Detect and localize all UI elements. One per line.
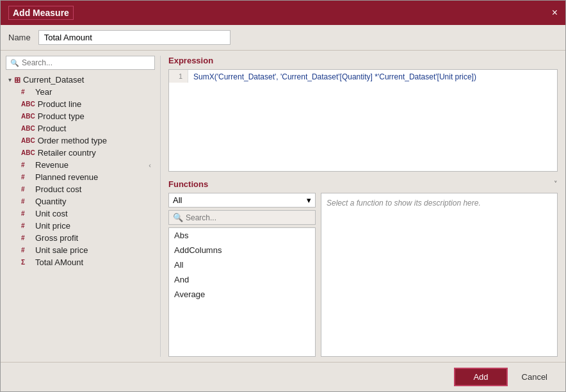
list-item[interactable]: ABC Retailer country <box>6 147 155 159</box>
left-search-input[interactable] <box>22 58 150 67</box>
function-list: Abs AddColumns All And Average <box>168 227 316 357</box>
table-icon: ⊞ <box>14 76 20 85</box>
expand-icon: ▾ <box>8 76 12 83</box>
function-description: Select a function to show its descriptio… <box>327 199 481 208</box>
expression-text: SumX('Current_Dataset', 'Current_Dataset… <box>188 70 481 84</box>
functions-header: Functions ˅ <box>168 179 558 189</box>
expression-header: Expression <box>168 56 558 65</box>
list-item[interactable]: # Year <box>6 86 155 98</box>
chevron-down-icon[interactable]: ˅ <box>554 180 558 188</box>
left-panel: 🔍 ▾ ⊞ Current_Dataset # Year ABC Product… <box>1 56 161 357</box>
list-item[interactable]: Σ Total AMount <box>6 256 155 268</box>
expression-line: 1 SumX('Current_Dataset', 'Current_Datas… <box>169 70 557 84</box>
left-search-box[interactable]: 🔍 <box>6 56 155 70</box>
close-button[interactable]: × <box>552 8 558 18</box>
function-description-panel: Select a function to show its descriptio… <box>321 193 558 357</box>
bottom-bar: Add Cancel <box>1 362 565 391</box>
function-item-abs[interactable]: Abs <box>169 228 315 243</box>
function-item-and[interactable]: And <box>169 272 315 287</box>
list-item[interactable]: # Gross profit <box>6 232 155 244</box>
search-icon: 🔍 <box>10 59 19 67</box>
root-label: Current_Dataset <box>23 75 84 85</box>
list-item[interactable]: # Planned revenue <box>6 171 155 183</box>
functions-label: Functions <box>168 179 208 189</box>
list-item[interactable]: # Product cost <box>6 183 155 195</box>
function-search-input[interactable] <box>186 213 311 222</box>
expression-area[interactable]: 1 SumX('Current_Dataset', 'Current_Datas… <box>168 69 558 172</box>
name-label: Name <box>8 33 31 42</box>
filter-selected-value: All <box>173 195 182 205</box>
filter-select[interactable]: All ▾ <box>168 193 316 208</box>
dropdown-arrow-icon: ▾ <box>307 195 311 205</box>
list-item[interactable]: # Unit price <box>6 220 155 232</box>
functions-left: All ▾ 🔍 Abs AddColumns All And Ave <box>168 193 316 357</box>
list-item[interactable]: # Quantity <box>6 195 155 208</box>
expression-label: Expression <box>168 56 213 65</box>
list-item[interactable]: # Unit cost <box>6 208 155 220</box>
list-item[interactable]: ABC Order method type <box>6 135 155 147</box>
right-panel: Expression 1 SumX('Current_Dataset', 'Cu… <box>161 56 565 357</box>
add-measure-dialog: Add Measure × Name 🔍 ▾ ⊞ Current_Dataset <box>0 0 566 392</box>
main-content: 🔍 ▾ ⊞ Current_Dataset # Year ABC Product… <box>1 51 565 362</box>
func-search-icon: 🔍 <box>173 213 183 222</box>
functions-body: All ▾ 🔍 Abs AddColumns All And Ave <box>168 193 558 357</box>
list-item[interactable]: # Revenue ‹ <box>6 159 155 171</box>
functions-section: Functions ˅ All ▾ 🔍 Abs <box>168 179 558 357</box>
dialog-title: Add Measure <box>8 6 74 20</box>
list-item[interactable]: ABC Product type <box>6 110 155 122</box>
tree-list: ▾ ⊞ Current_Dataset # Year ABC Product l… <box>6 74 155 357</box>
function-item-all[interactable]: All <box>169 257 315 272</box>
collapse-arrow-icon: ‹ <box>149 161 151 169</box>
function-search-box[interactable]: 🔍 <box>168 210 316 225</box>
function-item-average[interactable]: Average <box>169 287 315 302</box>
title-bar: Add Measure × <box>1 1 565 25</box>
add-button[interactable]: Add <box>454 368 507 386</box>
list-item[interactable]: ABC Product <box>6 122 155 135</box>
list-item[interactable]: ABC Product line <box>6 98 155 110</box>
name-input[interactable] <box>38 30 230 45</box>
cancel-button[interactable]: Cancel <box>514 369 555 385</box>
list-item[interactable]: # Unit sale price <box>6 244 155 256</box>
function-item-addcolumns[interactable]: AddColumns <box>169 243 315 257</box>
name-row: Name <box>1 25 565 51</box>
line-number: 1 <box>169 70 188 83</box>
tree-root[interactable]: ▾ ⊞ Current_Dataset <box>6 74 155 86</box>
